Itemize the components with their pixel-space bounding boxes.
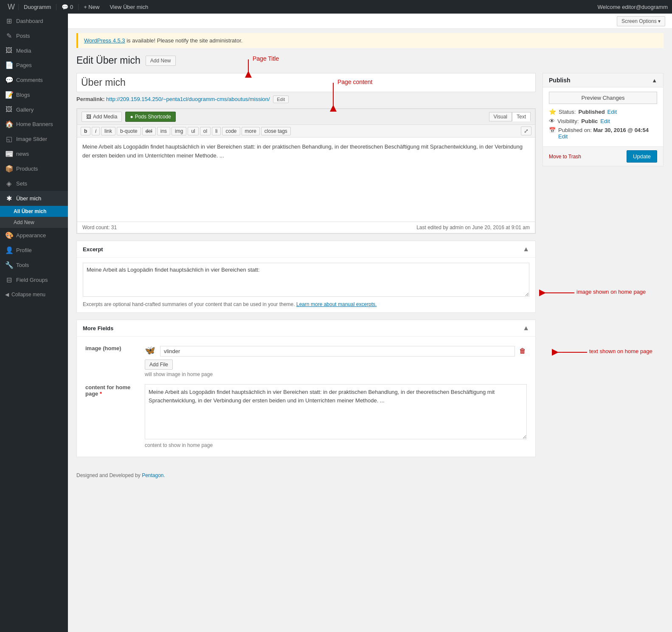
fmt-img[interactable]: img [172,127,186,135]
text-tab[interactable]: Text [512,112,531,121]
permalink-row: Permalink: http://209.159.154.250/~penta… [76,96,536,103]
status-icon: ⭐ [549,108,556,115]
add-new-button[interactable]: Add New [146,56,176,66]
excerpt-textarea[interactable]: Meine Arbeit als Logopädin findet haupts… [83,263,529,297]
publish-visibility-row: 👁 Visibility: Public Edit [549,118,657,124]
gallery-icon: 🖼 [5,106,13,113]
media-icon: 🖼 [5,47,13,54]
fmt-ol[interactable]: ol [200,127,211,135]
status-label: Status: [559,109,576,115]
fmt-bquote[interactable]: b-quote [117,127,141,135]
screen-options-button[interactable]: Screen Options ▾ [617,16,665,26]
visibility-value: Public [581,118,598,124]
submenu-all-uber-mich[interactable]: All Über mich [0,206,68,217]
sidebar-item-appearance[interactable]: 🎨Appearance [0,228,68,243]
visual-text-tabs: Visual Text [489,112,531,121]
fmt-expand-button[interactable]: ⤢ [521,126,531,135]
more-fields-toggle-icon[interactable]: ▲ [523,324,529,332]
appearance-icon: 🎨 [5,231,13,239]
image-filename-input[interactable] [160,346,515,357]
adminbar-new[interactable]: + New [78,4,104,10]
footer-link[interactable]: Pentagon [142,472,163,478]
content-home-textarea[interactable]: Meine Arbeit als Logopädin findet haupts… [145,384,527,439]
sidebar-item-news[interactable]: 📰news [0,146,68,161]
sidebar-item-dashboard[interactable]: ⊞Dashboard [0,14,68,28]
status-edit-link[interactable]: Edit [607,109,617,115]
visibility-edit-link[interactable]: Edit [600,118,610,124]
sidebar-item-image-slider[interactable]: ◱Image Slider [0,132,68,146]
excerpt-toggle-icon[interactable]: ▲ [523,245,529,253]
publish-collapse-icon[interactable]: ▲ [652,77,657,84]
content-field-note: content to show in home page [145,442,527,448]
excerpt-note: Excerpts are optional hand-crafted summa… [83,301,529,307]
status-value: Published [578,109,605,115]
products-icon: 📦 [5,165,13,173]
more-fields-table: image (home) 🦋 🗑 Add File [83,342,529,452]
publish-status-row: ⭐ Status: Published Edit [549,108,657,115]
fmt-del[interactable]: del [142,127,156,135]
sidebar-item-comments[interactable]: 💬Comments [0,73,68,87]
image-slider-icon: ◱ [5,135,13,143]
sidebar-item-tools[interactable]: 🔧Tools [0,258,68,272]
excerpt-learn-more-link[interactable]: Learn more about manual excerpts. [296,301,377,307]
add-media-button[interactable]: 🖼 Add Media [82,112,122,122]
visibility-icon: 👁 [549,118,555,124]
admin-sidebar: ⊞Dashboard ✎Posts 🖼Media 📄Pages 💬Comment… [0,14,68,632]
field-groups-icon: ⊟ [5,276,13,284]
notice-wp-version-link[interactable]: WordPress 4.5.3 [84,37,125,44]
collapse-menu-button[interactable]: ◀ Collapse menu [0,287,68,302]
update-button[interactable]: Update [627,150,657,163]
permalink-url[interactable]: http://209.159.154.250/~penta1cl/duogram… [106,96,270,102]
sidebar-item-uber-mich[interactable]: ✱Über mich All Über mich Add New [0,191,68,228]
visual-tab[interactable]: Visual [489,112,512,121]
posts-icon: ✎ [5,32,13,40]
move-to-trash-button[interactable]: Move to Trash [549,154,581,160]
content-home-label: content for home page * [85,384,130,397]
sidebar-item-products[interactable]: 📦Products [0,161,68,176]
excerpt-meta-box-content: Meine Arbeit als Logopädin findet haupts… [77,258,535,312]
fmt-code[interactable]: code [222,127,240,135]
sidebar-item-posts[interactable]: ✎Posts [0,28,68,43]
notice-warning: WordPress 4.5.3 is available! Please not… [76,33,664,48]
footer-text: Designed and Developed by [76,472,141,478]
fmt-ins[interactable]: ins [157,127,170,135]
add-file-button[interactable]: Add File [145,360,173,370]
fmt-close-tags[interactable]: close tags [261,127,291,135]
sidebar-item-profile[interactable]: 👤Profile [0,243,68,258]
permalink-edit-button[interactable]: Edit [273,96,289,103]
more-fields-meta-box-header[interactable]: More Fields ▲ [77,320,535,337]
publish-box-footer: Move to Trash Update [543,146,663,166]
fmt-ul[interactable]: ul [188,127,198,135]
sidebar-item-media[interactable]: 🖼Media [0,43,68,58]
published-edit-link[interactable]: Edit [558,133,568,140]
excerpt-meta-box-header[interactable]: Excerpt ▲ [77,241,535,258]
fmt-italic[interactable]: i [92,127,100,135]
uber-mich-submenu: All Über mich Add New [0,206,68,228]
pods-shortcode-button[interactable]: ● Pods Shortcode [125,112,176,122]
adminbar-comments[interactable]: 💬 0 [56,4,78,10]
home-banners-icon: 🏠 [5,120,13,128]
image-delete-button[interactable]: 🗑 [518,346,527,356]
last-edited: Last edited by admin on June 20, 2016 at… [416,225,530,230]
fmt-more[interactable]: more [242,127,260,135]
adminbar-view-page[interactable]: View Über mich [104,4,153,10]
fmt-li[interactable]: li [212,127,221,135]
sidebar-item-sets[interactable]: ◈Sets [0,176,68,191]
post-title-input[interactable] [76,73,536,92]
submenu-add-new[interactable]: Add New [0,217,68,228]
excerpt-meta-box: Excerpt ▲ Meine Arbeit als Logopädin fin… [76,241,536,313]
page-footer: Designed and Developed by Pentagon. [68,466,672,485]
adminbar-site-name[interactable]: Duogramm [18,4,56,10]
wp-logo[interactable]: W [4,3,18,11]
sidebar-item-home-banners[interactable]: 🏠Home Banners [0,117,68,132]
preview-changes-button[interactable]: Preview Changes [549,92,657,104]
fmt-bold[interactable]: b [81,127,90,135]
sidebar-item-gallery[interactable]: 🖼Gallery [0,102,68,117]
sidebar-item-pages[interactable]: 📄Pages [0,58,68,73]
editor-sidebar: Publish ▲ Preview Changes ⭐ Status: Publ… [543,73,664,166]
screen-options-bar: Screen Options ▾ [68,14,672,29]
editor-content-area[interactable]: Meine Arbeit als Logopädin findet haupts… [77,137,535,222]
sidebar-item-blogs[interactable]: 📝Blogs [0,87,68,102]
sidebar-item-field-groups[interactable]: ⊟Field Groups [0,272,68,287]
fmt-link[interactable]: link [101,127,115,135]
